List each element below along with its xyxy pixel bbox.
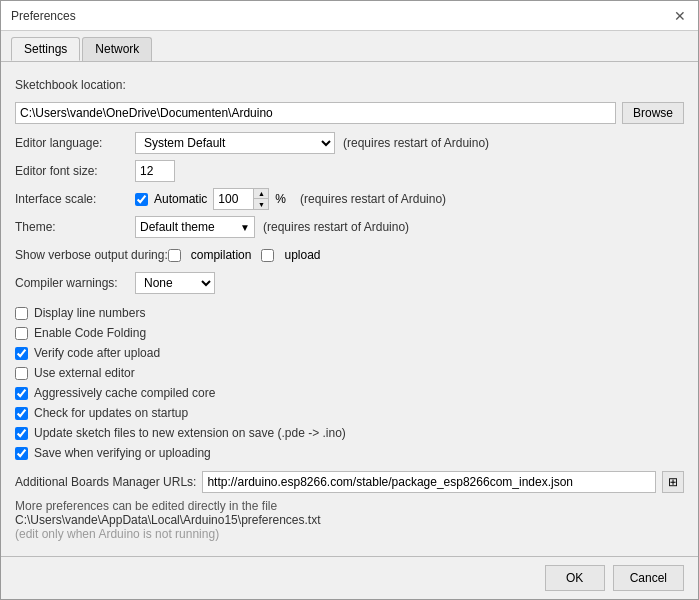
footer: OK Cancel xyxy=(1,556,698,599)
tab-settings[interactable]: Settings xyxy=(11,37,80,61)
editor-language-label: Editor language: xyxy=(15,136,135,150)
cancel-button[interactable]: Cancel xyxy=(613,565,684,591)
theme-hint: (requires restart of Arduino) xyxy=(263,220,409,234)
sketchbook-row: Sketchbook location: xyxy=(15,74,684,96)
titlebar: Preferences ✕ xyxy=(1,1,698,31)
sketchbook-input-row: Browse xyxy=(15,102,684,124)
enable-code-folding-label: Enable Code Folding xyxy=(34,326,146,340)
enable-code-folding-checkbox[interactable] xyxy=(15,327,28,340)
interface-scale-row: Interface scale: Automatic ▲ ▼ % (requir… xyxy=(15,188,684,210)
verbose-upload-checkbox[interactable] xyxy=(261,249,274,262)
verify-code-after-upload-checkbox[interactable] xyxy=(15,347,28,360)
compiler-warnings-row: Compiler warnings: None xyxy=(15,272,684,294)
editor-font-size-row: Editor font size: xyxy=(15,160,684,182)
aggressively-cache-checkbox[interactable] xyxy=(15,387,28,400)
verbose-compilation-label: compilation xyxy=(191,248,252,262)
info-line3: (edit only when Arduino is not running) xyxy=(15,527,684,541)
list-item: Aggressively cache compiled core xyxy=(15,386,684,400)
list-item: Verify code after upload xyxy=(15,346,684,360)
editor-font-size-label: Editor font size: xyxy=(15,164,135,178)
editor-font-size-input[interactable] xyxy=(135,160,175,182)
list-item: Update sketch files to new extension on … xyxy=(15,426,684,440)
checkboxes-section: Display line numbers Enable Code Folding… xyxy=(15,306,684,465)
list-item: Check for updates on startup xyxy=(15,406,684,420)
tab-network[interactable]: Network xyxy=(82,37,152,61)
sketchbook-input[interactable] xyxy=(15,102,616,124)
tabs-bar: Settings Network xyxy=(1,31,698,62)
ok-button[interactable]: OK xyxy=(545,565,605,591)
scale-hint: (requires restart of Arduino) xyxy=(300,192,446,206)
use-external-editor-label: Use external editor xyxy=(34,366,135,380)
automatic-label: Automatic xyxy=(154,192,207,206)
spinner-down[interactable]: ▼ xyxy=(254,199,268,209)
verify-code-after-upload-label: Verify code after upload xyxy=(34,346,160,360)
scale-unit: % xyxy=(275,192,286,206)
theme-dropdown[interactable]: Default theme ▼ xyxy=(135,216,255,238)
update-sketch-files-checkbox[interactable] xyxy=(15,427,28,440)
scale-area: Automatic ▲ ▼ % (requires restart of Ard… xyxy=(135,188,446,210)
boards-manager-row: Additional Boards Manager URLs: ⊞ xyxy=(15,471,684,493)
preferences-window: Preferences ✕ Settings Network Sketchboo… xyxy=(0,0,699,600)
editor-language-row: Editor language: System Default (require… xyxy=(15,132,684,154)
compiler-warnings-label: Compiler warnings: xyxy=(15,276,135,290)
verbose-compilation-checkbox[interactable] xyxy=(168,249,181,262)
editor-language-hint: (requires restart of Arduino) xyxy=(343,136,489,150)
theme-chevron-icon: ▼ xyxy=(240,222,250,233)
list-item: Save when verifying or uploading xyxy=(15,446,684,460)
theme-label: Theme: xyxy=(15,220,135,234)
save-when-verifying-checkbox[interactable] xyxy=(15,447,28,460)
boards-manager-icon-button[interactable]: ⊞ xyxy=(662,471,684,493)
list-item: Enable Code Folding xyxy=(15,326,684,340)
save-when-verifying-label: Save when verifying or uploading xyxy=(34,446,211,460)
spinner-up[interactable]: ▲ xyxy=(254,189,268,199)
scale-spinner: ▲ ▼ xyxy=(253,188,269,210)
check-for-updates-label: Check for updates on startup xyxy=(34,406,188,420)
close-button[interactable]: ✕ xyxy=(672,8,688,24)
theme-value: Default theme xyxy=(140,220,215,234)
verbose-area: compilation upload xyxy=(168,248,321,262)
scale-input[interactable] xyxy=(213,188,253,210)
boards-manager-label: Additional Boards Manager URLs: xyxy=(15,475,196,489)
automatic-checkbox[interactable] xyxy=(135,193,148,206)
verbose-label: Show verbose output during: xyxy=(15,248,168,262)
theme-row: Theme: Default theme ▼ (requires restart… xyxy=(15,216,684,238)
info-section: More preferences can be edited directly … xyxy=(15,499,684,541)
display-line-numbers-checkbox[interactable] xyxy=(15,307,28,320)
display-line-numbers-label: Display line numbers xyxy=(34,306,145,320)
list-item: Use external editor xyxy=(15,366,684,380)
list-item: Display line numbers xyxy=(15,306,684,320)
boards-icon: ⊞ xyxy=(668,475,678,489)
update-sketch-files-label: Update sketch files to new extension on … xyxy=(34,426,346,440)
settings-content: Sketchbook location: Browse Editor langu… xyxy=(1,62,698,556)
scale-input-wrap: ▲ ▼ xyxy=(213,188,269,210)
interface-scale-label: Interface scale: xyxy=(15,192,135,206)
use-external-editor-checkbox[interactable] xyxy=(15,367,28,380)
boards-manager-input[interactable] xyxy=(202,471,656,493)
verbose-row: Show verbose output during: compilation … xyxy=(15,244,684,266)
aggressively-cache-label: Aggressively cache compiled core xyxy=(34,386,215,400)
browse-button[interactable]: Browse xyxy=(622,102,684,124)
info-line2: C:\Users\vande\AppData\Local\Arduino15\p… xyxy=(15,513,684,527)
compiler-warnings-select[interactable]: None xyxy=(135,272,215,294)
sketchbook-label: Sketchbook location: xyxy=(15,78,135,92)
window-title: Preferences xyxy=(11,9,76,23)
check-for-updates-checkbox[interactable] xyxy=(15,407,28,420)
info-line1: More preferences can be edited directly … xyxy=(15,499,684,513)
verbose-upload-label: upload xyxy=(284,248,320,262)
editor-language-select[interactable]: System Default xyxy=(135,132,335,154)
